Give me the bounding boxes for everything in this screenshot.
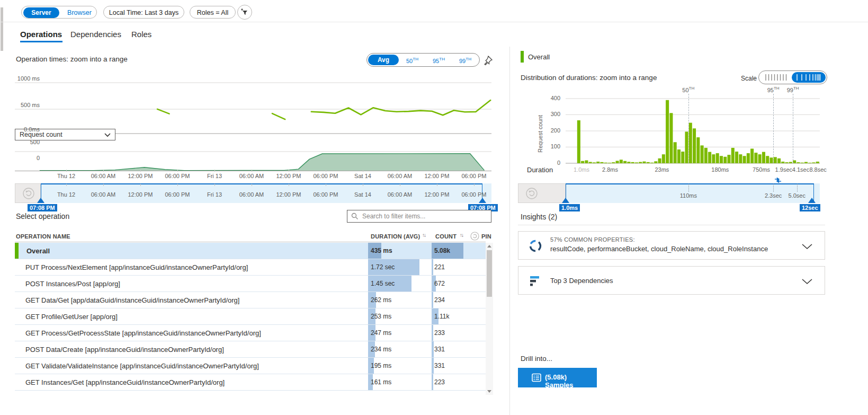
time-tick: [177, 170, 178, 172]
count-value: 234: [434, 296, 445, 304]
duration-brush-marker-label: 110ms: [674, 192, 703, 199]
duration-brush-marker-line: [773, 184, 774, 192]
reset-zoom-icon[interactable]: [525, 187, 538, 200]
time-axis-label: Sat 14: [344, 173, 381, 179]
hist-xtick-label: 180ms: [704, 166, 736, 173]
aggregation-avg-button[interactable]: Avg: [368, 55, 399, 65]
time-tick: [289, 184, 289, 186]
chevron-down-icon[interactable]: [801, 278, 813, 285]
time-brush-axis-label: 12:00 PM: [270, 191, 307, 198]
log-scale-button[interactable]: [792, 72, 826, 83]
tab-dependencies[interactable]: Dependencies: [70, 30, 121, 39]
count-bar: [432, 325, 433, 341]
aggregation-99th-button[interactable]: 99TH: [459, 57, 471, 64]
table-scrollbar[interactable]: [486, 243, 493, 395]
scrollbar-down-arrow[interactable]: [487, 390, 491, 393]
operation-name: PUT Process/NextElement [app/instanceGui…: [25, 263, 248, 271]
browser-toggle-button[interactable]: Browser: [64, 6, 95, 19]
scale-toggle: [758, 70, 827, 84]
collapse-range-icon[interactable]: [774, 176, 782, 184]
operation-row[interactable]: POST Data/Create [app/instanceGuid/insta…: [15, 341, 486, 358]
operation-row[interactable]: GET Profile/GetUser [app/org]253 ms1.11k: [15, 308, 486, 325]
top-dependencies-bars-icon: [530, 276, 541, 286]
count-value: 233: [434, 329, 445, 337]
hist-xtick-label: 1.0ms: [566, 166, 597, 173]
pin-chart-icon[interactable]: [483, 56, 493, 65]
linear-scale-icon[interactable]: [765, 74, 788, 81]
time-tick: [252, 184, 252, 186]
request-count-area-chart[interactable]: [15, 143, 491, 172]
unpin-all-icon[interactable]: [470, 232, 479, 241]
operation-row[interactable]: GET Validate/ValidateInstance [app/insta…: [15, 358, 486, 374]
area-chart-ytick: 0: [16, 155, 40, 161]
duration-histogram[interactable]: [566, 91, 820, 164]
operation-name: GET Data/Get [app/dataGuid/instanceGuid/…: [25, 296, 239, 304]
operation-row[interactable]: POST Instances/Post [app/org]1.45 sec672: [15, 276, 486, 292]
duration-brush-marker-line: [688, 184, 689, 192]
operation-times-line-chart[interactable]: [15, 74, 491, 134]
time-axis-label: Fri 13: [196, 173, 233, 179]
time-axis-label: 12:00 PM: [270, 173, 307, 179]
count-value: 1.11k: [434, 313, 449, 320]
overall-legend-label: Overall: [528, 53, 550, 61]
insight-card-top-dependencies[interactable]: Top 3 Dependencies: [518, 266, 825, 295]
time-axis-label: 12:00 PM: [122, 173, 159, 179]
operation-row[interactable]: GET Process/GetProcessState [app/instanc…: [15, 325, 486, 341]
tab-roles[interactable]: Roles: [131, 30, 151, 39]
hist-percentile-label: 99TH: [782, 86, 803, 93]
column-header-operation-name[interactable]: OPERATION NAME: [16, 233, 70, 240]
samples-button[interactable]: (5.08k) Samples: [518, 368, 597, 387]
application-insights-performance-blade: Server Browser Local Time: Last 3 days R…: [0, 0, 868, 415]
time-brush-right-handle[interactable]: [479, 198, 486, 203]
sort-icon-count[interactable]: ↑↓: [460, 232, 463, 238]
count-value: 223: [434, 378, 445, 386]
operation-row[interactable]: GET Data/Get [app/dataGuid/instanceGuid/…: [15, 292, 486, 308]
time-brush-axis-label: 12:00 PM: [418, 191, 455, 198]
add-filter-button[interactable]: [237, 5, 252, 20]
operation-row[interactable]: GET Instances/Get [app/instanceGuid/inst…: [15, 374, 486, 391]
aggregation-50th-button[interactable]: 50TH: [406, 57, 418, 64]
column-header-count[interactable]: COUNT: [435, 233, 457, 240]
chevron-down-icon: [104, 133, 111, 137]
aggregation-95th-button[interactable]: 95TH: [433, 57, 445, 64]
chevron-down-icon[interactable]: [801, 243, 813, 250]
reset-zoom-icon[interactable]: [22, 187, 35, 200]
samples-list-icon: [532, 373, 542, 383]
duration-brush-reset-box[interactable]: [518, 183, 566, 203]
time-brush-left-handle[interactable]: [37, 198, 44, 203]
toolbar-divider: [0, 22, 868, 22]
time-tick: [289, 170, 289, 172]
time-brush-axis-label: 12:00 PM: [122, 191, 159, 198]
time-tick: [437, 184, 437, 186]
insight-card-body: resultCode, performanceBucket, cloud_Rol…: [550, 245, 768, 253]
column-header-duration[interactable]: DURATION (AVG): [371, 233, 420, 240]
time-range-filter-pill[interactable]: Local Time: Last 3 days: [103, 6, 184, 19]
search-input[interactable]: [361, 212, 485, 220]
hist-percentile-label: 50TH: [678, 86, 699, 93]
selected-row-indicator: [15, 243, 19, 259]
insights-divider: [518, 225, 825, 225]
duration-brush-left-handle[interactable]: [562, 198, 569, 203]
distribution-title: Distribution of durations: zoom into a r…: [521, 74, 657, 82]
sort-icon-duration[interactable]: ↑↓: [422, 232, 425, 238]
roles-filter-pill[interactable]: Roles = All: [190, 6, 236, 19]
tab-operations[interactable]: Operations: [20, 30, 62, 39]
time-brush-axis-label: 06:00 PM: [455, 191, 493, 198]
time-tick: [400, 170, 400, 172]
operation-row[interactable]: Overall435 ms5.08k: [15, 243, 486, 259]
operation-search-box[interactable]: [347, 210, 491, 223]
hist-ytick: 100: [536, 143, 560, 149]
hist-percentile-line: [688, 94, 689, 163]
area-chart-ytick: 500: [16, 139, 40, 145]
scrollbar-thumb[interactable]: [487, 250, 492, 297]
hist-xtick-label: 8.8sec: [802, 166, 834, 173]
insight-card-common-properties[interactable]: 57% COMMON PROPERTIES: resultCode, perfo…: [518, 231, 825, 260]
time-tick: [363, 184, 363, 186]
blade-scrollbar-fragment[interactable]: [1, 7, 3, 51]
server-toggle-button[interactable]: Server: [23, 7, 59, 18]
time-tick: [66, 184, 67, 186]
scrollbar-up-arrow[interactable]: [487, 245, 491, 248]
panel-divider: [509, 47, 510, 415]
source-toggle: Server Browser: [21, 6, 97, 19]
operation-row[interactable]: PUT Process/NextElement [app/instanceGui…: [15, 259, 486, 276]
